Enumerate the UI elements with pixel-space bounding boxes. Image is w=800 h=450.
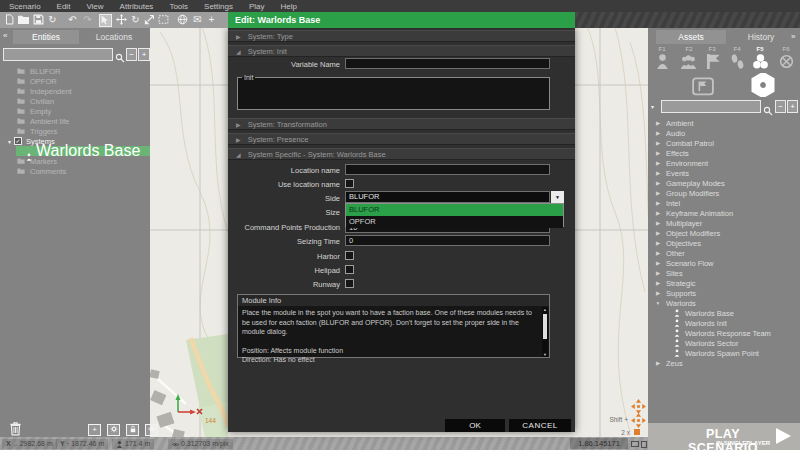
asset-category-supports[interactable]: ▶Supports (648, 288, 800, 298)
expand-panel-icon[interactable]: » (791, 32, 795, 41)
tree-item-opfor[interactable]: OPFOR (0, 76, 150, 86)
location-name-input[interactable] (345, 164, 550, 175)
add-layer-button[interactable]: + (88, 424, 101, 436)
section-system-specific[interactable]: ◢System Specific - System: Warlords Base (228, 148, 575, 160)
side-option-blufor[interactable]: BLUFOR (346, 204, 563, 216)
expand-all-button[interactable]: + (787, 100, 798, 113)
runway-checkbox[interactable] (345, 279, 354, 288)
asset-category-ambient[interactable]: ▶Ambient (648, 118, 800, 128)
tree-item-markers[interactable]: Markers (0, 156, 150, 166)
tree-item-blufor[interactable]: BLUFOR (0, 66, 150, 76)
seizing-time-input[interactable]: 0 (345, 235, 550, 246)
tab-locations[interactable]: Locations (80, 30, 148, 44)
asset-category-audio[interactable]: ▶Audio (648, 128, 800, 138)
marquee-select-icon[interactable] (157, 14, 170, 27)
envelope-icon[interactable]: ✉ (191, 14, 204, 27)
visibility-eye-button[interactable] (145, 424, 158, 436)
menu-help[interactable]: Help (281, 2, 297, 11)
globe-icon[interactable] (176, 14, 189, 27)
scrollbar-thumb[interactable] (543, 314, 547, 339)
tree-item-empty[interactable]: Empty (0, 106, 150, 116)
new-file-icon[interactable] (3, 14, 16, 27)
asset-warlords-sector[interactable]: Warlords Sector (648, 338, 800, 348)
menu-tools[interactable]: Tools (169, 2, 188, 11)
menu-attributes[interactable]: Attributes (120, 2, 154, 11)
search-icon[interactable] (115, 49, 125, 67)
play-scenario-button[interactable]: PLAY SCENARIO IN SINGLEPLAYER (648, 423, 800, 450)
visibility-checkbox[interactable]: ✓ (14, 137, 22, 145)
scroll-down-icon[interactable]: ▾ (542, 352, 548, 357)
asset-category-group-modifiers[interactable]: ▶Group Modifiers (648, 188, 800, 198)
menu-settings[interactable]: Settings (204, 2, 233, 11)
hexagon-gear-icon[interactable] (751, 73, 775, 97)
asset-category-object-modifiers[interactable]: ▶Object Modifiers (648, 228, 800, 238)
asset-category-warlords[interactable]: ▾Warlords (648, 298, 800, 308)
collapse-all-button[interactable]: − (126, 48, 137, 61)
tree-item-comments[interactable]: Comments (0, 166, 150, 176)
category-groups-icon[interactable] (681, 54, 696, 69)
redo-icon[interactable]: ↷ (81, 14, 94, 27)
side-dropdown-button[interactable]: ▼ (551, 191, 564, 203)
menu-edit[interactable]: Edit (57, 2, 71, 11)
asset-category-combat-patrol[interactable]: ▶Combat Patrol (648, 138, 800, 148)
asset-warlords-spawn-point[interactable]: Warlords Spawn Point (648, 348, 800, 358)
ok-button[interactable]: OK (445, 419, 505, 432)
scroll-up-icon[interactable]: ▴ (542, 307, 548, 312)
category-systems-icon[interactable] (753, 54, 768, 69)
collapse-panel-icon[interactable]: « (3, 31, 7, 40)
tree-item-independent[interactable]: Independent (0, 86, 150, 96)
section-system-transformation[interactable]: ▶System: Transformation (228, 118, 575, 130)
variable-name-input[interactable] (345, 58, 550, 69)
pan-fast-dpad-icon[interactable] (631, 413, 646, 428)
asset-category-environment[interactable]: ▶Environment (648, 158, 800, 168)
asset-category-strategic[interactable]: ▶Strategic (648, 278, 800, 288)
mouse-zoom-icon[interactable] (634, 429, 640, 435)
side-combo[interactable]: BLUFOR (345, 191, 550, 203)
entities-search-input[interactable] (3, 48, 113, 61)
asset-warlords-base[interactable]: Warlords Base (648, 308, 800, 318)
pan-dpad-icon[interactable] (631, 399, 646, 414)
tree-item-warlords-base-selected[interactable]: Warlords Base (16, 146, 150, 156)
menu-play[interactable]: Play (249, 2, 265, 11)
tree-item-civilian[interactable]: Civilian (0, 96, 150, 106)
asset-category-sites[interactable]: ▶Sites (648, 268, 800, 278)
prefab-flag-icon[interactable] (692, 75, 714, 97)
assets-search-input[interactable] (661, 100, 761, 113)
category-empty-icon[interactable] (779, 54, 794, 69)
harbor-checkbox[interactable] (345, 251, 354, 260)
asset-category-scenario-flow[interactable]: ▶Scenario Flow (648, 258, 800, 268)
asset-category-effects[interactable]: ▶Effects (648, 148, 800, 158)
tab-assets[interactable]: Assets (656, 30, 726, 44)
scale-tool-icon[interactable] (143, 14, 156, 27)
asset-warlords-init[interactable]: Warlords Init (648, 318, 800, 328)
expand-all-button[interactable]: + (138, 48, 150, 61)
undo-icon[interactable]: ↶ (66, 14, 79, 27)
category-waypoints-icon[interactable] (730, 54, 745, 69)
rotate-tool-icon[interactable]: ↻ (129, 14, 142, 27)
tree-item-ambient-life[interactable]: Ambient life (0, 116, 150, 126)
menu-view[interactable]: View (86, 2, 103, 11)
asset-warlords-response-team[interactable]: Warlords Response Team (648, 328, 800, 338)
add-entity-icon[interactable]: + (205, 14, 218, 27)
lock-button[interactable] (126, 424, 139, 436)
save-icon[interactable] (32, 14, 45, 27)
open-folder-icon[interactable] (17, 14, 30, 27)
move-tool-icon[interactable] (115, 14, 128, 27)
init-script-box[interactable]: Init (237, 74, 550, 110)
asset-category-objectives[interactable]: ▶Objectives (648, 238, 800, 248)
delete-trash-icon[interactable] (8, 421, 23, 436)
cancel-button[interactable]: CANCEL (509, 419, 571, 432)
helipad-checkbox[interactable] (345, 265, 354, 274)
settings-gear-button[interactable] (107, 424, 120, 436)
asset-category-multiplayer[interactable]: ▶Multiplayer (648, 218, 800, 228)
asset-category-other[interactable]: ▶Other (648, 248, 800, 258)
asset-category-keyframe-animation[interactable]: ▶Keyframe Animation (648, 208, 800, 218)
tree-item-triggers[interactable]: Triggers (0, 126, 150, 136)
asset-category-events[interactable]: ▶Events (648, 168, 800, 178)
section-system-init[interactable]: ◢System: Init (228, 45, 575, 57)
side-option-opfor[interactable]: OPFOR (346, 216, 563, 228)
category-flags-icon[interactable] (705, 54, 720, 69)
section-system-presence[interactable]: ▶System: Presence (228, 133, 575, 145)
asset-category-gameplay-modes[interactable]: ▶Gameplay Modes (648, 178, 800, 188)
asset-category-zeus[interactable]: ▶Zeus (648, 358, 800, 368)
